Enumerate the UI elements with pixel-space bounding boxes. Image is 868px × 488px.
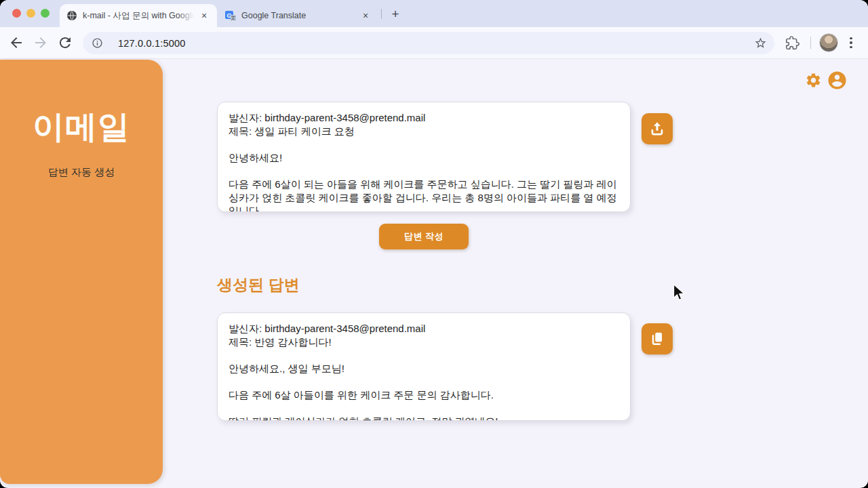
tab-title: Google Translate	[241, 11, 355, 20]
url-text[interactable]: 127.0.0.1:5000	[118, 38, 186, 49]
generated-email-card: 발신자: birthday-parent-3458@pretend.mail 제…	[217, 312, 631, 421]
close-window-button[interactable]	[12, 9, 21, 18]
account-icon[interactable]	[827, 70, 847, 90]
write-reply-button[interactable]: 답변 작성	[379, 224, 469, 249]
toolbar-separator	[810, 37, 811, 49]
minimize-window-button[interactable]	[26, 9, 35, 18]
tab-google-translate[interactable]: G 文 Google Translate ×	[218, 4, 378, 27]
gear-icon[interactable]	[805, 72, 822, 89]
app-subtitle: 답변 자동 생성	[0, 166, 163, 179]
tab-title: k-mail - 사업 문의 with Google	[83, 10, 194, 22]
menu-kebab-icon[interactable]	[844, 35, 859, 50]
site-info-icon[interactable]	[92, 37, 103, 49]
upload-button[interactable]	[642, 113, 673, 144]
reload-icon[interactable]	[57, 35, 73, 51]
new-tab-button[interactable]: +	[387, 5, 404, 23]
browser-toolbar: 127.0.0.1:5000	[0, 27, 868, 59]
translate-favicon-icon: G 文	[225, 10, 236, 21]
page-content: 이메일 답변 자동 생성 발신자: birthday-parent-3458@p…	[0, 59, 868, 487]
tab-close-icon[interactable]: ×	[359, 9, 372, 22]
generated-reply-heading: 생성된 답변	[217, 274, 299, 296]
zoom-window-button[interactable]	[41, 9, 50, 18]
tab-strip: k-mail - 사업 문의 with Google × G 文 Google …	[0, 0, 868, 27]
forward-icon[interactable]	[33, 35, 49, 51]
app-title: 이메일	[0, 106, 163, 148]
browser-window: k-mail - 사업 문의 with Google × G 文 Google …	[0, 0, 868, 488]
profile-avatar[interactable]	[819, 33, 838, 52]
copy-button[interactable]	[642, 323, 673, 354]
generated-email-text: 발신자: birthday-parent-3458@pretend.mail 제…	[229, 322, 619, 421]
tab-close-icon[interactable]: ×	[198, 9, 210, 22]
address-bar[interactable]: 127.0.0.1:5000	[83, 32, 774, 54]
upload-icon	[648, 120, 666, 138]
cursor-pointer	[673, 283, 686, 302]
traffic-lights	[12, 9, 50, 18]
back-icon[interactable]	[8, 35, 24, 51]
app-sidebar: 이메일 답변 자동 생성	[0, 60, 163, 484]
tab-kmail[interactable]: k-mail - 사업 문의 with Google ×	[60, 4, 217, 27]
extensions-icon[interactable]	[785, 36, 800, 50]
tab-separator	[381, 9, 382, 19]
copy-icon	[648, 330, 666, 348]
incoming-email-card: 발신자: birthday-parent-3458@pretend.mail 제…	[217, 102, 631, 212]
globe-favicon-icon	[66, 10, 77, 21]
bookmark-star-icon[interactable]	[754, 37, 767, 49]
incoming-email-text: 발신자: birthday-parent-3458@pretend.mail 제…	[229, 111, 619, 212]
svg-text:文: 文	[231, 15, 236, 21]
